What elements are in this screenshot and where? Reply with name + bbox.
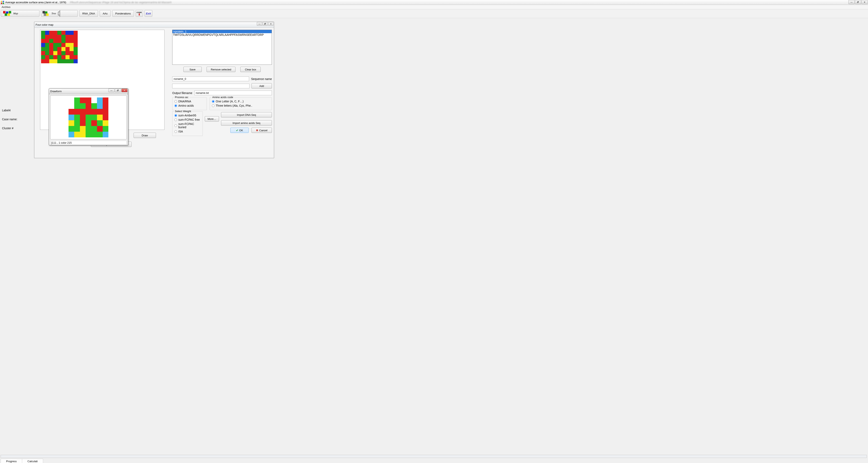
drawform-cell [91,97,97,103]
drawform-cell [74,97,80,103]
drawform-cell [97,132,103,137]
color-cell [57,31,61,35]
code-three-letter-radio[interactable]: Three letters (Ala, Cys, Phe.. [212,104,270,107]
drawform-cell [97,103,103,109]
weight-fcpac-free-radio[interactable]: sum-FCPAC free [175,118,200,121]
inner-minimize-button[interactable]: — [257,22,262,26]
code-one-letter-radio[interactable]: One Letter (A, C, F…) [212,100,270,103]
inner-maximize-button[interactable]: 🗗 [262,22,268,26]
drawform-cell [97,126,103,132]
color-cell [53,39,57,43]
code-icon: CODE ⬇ [136,11,142,16]
drawform-cell [103,103,108,109]
color-cell [65,51,69,55]
color-cell [69,47,73,51]
drawform-maximize-button[interactable]: 🗗 [115,89,121,92]
drawform-cell [103,126,108,132]
aas-button[interactable]: AAs [100,10,111,17]
color-cell [61,55,65,59]
weight-amber95-radio[interactable]: sum-Amber95 [175,114,200,117]
ok-button[interactable]: ✔OK [230,127,249,133]
exit-button[interactable]: Exit [145,10,152,17]
tab-calculati[interactable]: Calculati [22,459,43,463]
color-cell [69,59,73,63]
color-cell [73,31,78,35]
process-aa-radio[interactable]: Amino acids [175,104,205,107]
color-cell [65,31,69,35]
process-dna-radio[interactable]: DNA/RNA [175,100,205,103]
color-cell [61,31,65,35]
add-button[interactable]: Add [251,83,272,89]
close-button[interactable]: ✕ [862,0,868,4]
sequence-listbox[interactable]: >protein_1 TMITDSLAVVLQRRDWENPGVTQLNRLAA… [172,30,272,65]
color-cell [65,35,69,39]
drawform-cell [103,115,108,120]
import-aa-button[interactable]: Import amino acids Seq [221,120,272,125]
drawform-cell [80,126,86,132]
select-weight-group: Select Weight sum-Amber95 sum-FCPAC free… [172,111,203,136]
color-cell [53,59,57,63]
drawform-cell [74,132,80,137]
color-cell [69,43,73,47]
maximize-button[interactable]: 🗗 [855,0,861,4]
import-dna-button[interactable]: Import DNA Seq [221,112,272,117]
color-cell [45,35,49,39]
more-button[interactable]: More… [205,116,219,121]
color-cell [41,35,45,39]
code-button[interactable]: CODE ⬇ [135,10,143,17]
sequence-header[interactable]: >protein_1 [173,30,272,33]
color-cell [57,47,61,51]
rna-dna-button[interactable]: RNA_DNA [79,10,98,17]
drawform-cell [91,120,97,126]
color-cell [61,43,65,47]
save-button[interactable]: Save [183,67,202,72]
color-cell [69,39,73,43]
drawform-canvas [50,95,127,139]
menu-file[interactable]: Archivo [2,5,10,8]
sequence-name-input[interactable] [172,77,249,81]
color-cell [57,51,61,55]
drawform-cell [91,103,97,109]
drawform-cell [74,120,80,126]
color-cell [69,55,73,59]
drawform-titlebar: Drawform — 🗗 ✕ [49,89,128,94]
sequence-body: TMITDSLAVVLQRRDWENPGVTQLNRLAAHPPFASWRNSE… [173,33,272,36]
drawform-cell [91,109,97,115]
drawform-cell [97,109,103,115]
tree-tool-button[interactable]: Tree ┌┤└┤ [41,10,78,17]
color-cell [49,55,53,59]
minimize-button[interactable]: — [848,0,855,4]
drawform-minimize-button[interactable]: — [108,89,115,92]
color-cell [61,51,65,55]
ponderations-button[interactable]: Ponderations [112,10,134,17]
tab-progress[interactable]: Progress [1,459,22,463]
drawform-close-button[interactable]: ✕ [121,89,127,92]
weight-fcpac-buried-radio[interactable]: sum-FCPAC buried [175,122,200,129]
cancel-button[interactable]: ✖Cancel [251,127,272,133]
drawform-cell [80,97,86,103]
color-cell [65,59,69,63]
clear-box-button[interactable]: Clear box [240,67,261,72]
window-title-extra: Pflvurfl utvorumSequencac lPlage 18 and … [70,1,867,4]
map-tool-button[interactable]: Map [1,10,39,17]
draw-button[interactable]: Draw [133,133,156,138]
color-cell [41,31,45,35]
color-cell [49,51,53,55]
drawform-cell [97,120,103,126]
inner-close-button[interactable]: ✕ [268,22,274,26]
process-as-group: Process as: DNA/RNA Amino acids [172,97,207,110]
color-cell [53,43,57,47]
tree-tool-label: Tree [52,12,56,15]
drawform-cell [86,126,91,132]
color-cell [65,39,69,43]
check-icon: ✔ [236,129,238,132]
color-cell [69,35,73,39]
drawform-cell [86,97,91,103]
main-toolbar: Map Tree ┌┤└┤ RNA_DNA AAs Ponderations C… [0,9,868,18]
sequence-add-input[interactable] [172,84,249,88]
drawform-cell [86,109,91,115]
remove-selected-button[interactable]: Remove selected [207,67,236,72]
weight-isa-radio[interactable]: ISA [175,130,200,133]
color-cell [73,51,78,55]
output-filename-input[interactable] [194,91,272,95]
